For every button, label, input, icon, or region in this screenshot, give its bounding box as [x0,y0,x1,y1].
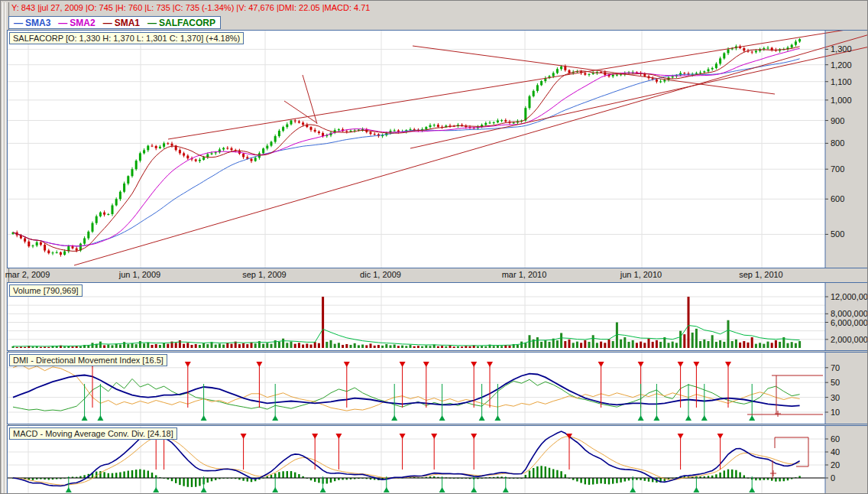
series-legend: — SMA3 — SMA2 — SMA1 — SALFACORP [8,16,221,29]
price-chart-panel[interactable]: SALFACORP [O: 1,330 H: 1,370 L: 1,301 C:… [7,30,868,268]
svg-text:10: 10 [831,408,840,417]
legend-item-salfacorp[interactable]: — SALFACORP [147,18,215,28]
svg-text:12,000,000: 12,000,000 [831,292,867,301]
svg-text:500: 500 [831,229,844,239]
svg-text:0: 0 [831,473,835,483]
price-panel-label: SALFACORP [O: 1,330 H: 1,370 L: 1,301 C:… [9,32,244,44]
legend-label: SALFACORP [159,18,215,28]
legend-label: SMA3 [25,18,50,28]
x-axis-label: dic 1, 2009 [360,270,401,279]
legend-item-sma2[interactable]: — SMA2 [58,18,95,28]
volume-panel-label: Volume [790,969] [9,284,83,297]
svg-text:20: 20 [831,460,840,470]
svg-text:700: 700 [831,164,844,174]
x-axis-strip: mar 2, 2009jun 1, 2009sep 1, 2009dic 1, … [7,268,866,281]
svg-text:50: 50 [831,378,840,387]
svg-text:1,000: 1,000 [831,96,852,105]
svg-text:40: 40 [831,447,840,457]
x-axis-label: jun 1, 2009 [119,270,160,279]
volume-bar-chart[interactable]: 12,000,0008,000,0006,000,0002,000,000 [8,283,867,350]
x-axis-label: sep 1, 2010 [739,270,783,279]
crosshair-info-bar: Y: 843 |jul 27, 2009 |O: 745 |H: 760 |L:… [11,3,370,14]
dmi-panel-label: DMI - Directional Movement Index [16.5] [9,354,167,366]
x-axis-label: sep 1, 2009 [242,270,287,279]
svg-text:2,000,000: 2,000,000 [831,335,867,344]
line-swatch-icon: — [58,18,67,28]
svg-text:1,200: 1,200 [831,60,852,70]
svg-text:30: 30 [831,393,840,402]
svg-text:1,100: 1,100 [831,77,852,86]
line-swatch-icon: — [103,18,112,28]
legend-label: SMA2 [70,18,95,28]
x-axis-label: jun 1, 2010 [620,270,662,279]
legend-item-sma3[interactable]: — SMA3 [14,18,50,28]
legend-label: SMA1 [115,18,140,28]
svg-text:60: 60 [831,434,840,444]
svg-text:800: 800 [831,138,844,148]
macd-panel-label: MACD - Moving Average Conv. Div. [24.18] [9,427,177,440]
legend-item-sma1[interactable]: — SMA1 [103,18,140,28]
svg-text:6,000,000: 6,000,000 [831,318,867,327]
line-swatch-icon: — [14,18,23,28]
volume-panel[interactable]: Volume [790,969] 12,000,0008,000,0006,00… [7,282,868,351]
chart-application-window: Y: 843 |jul 27, 2009 |O: 745 |H: 760 |L:… [0,0,868,494]
x-axis-label: mar 2, 2009 [5,270,50,279]
svg-text:900: 900 [831,116,844,125]
svg-text:70: 70 [831,363,840,372]
svg-text:1,300: 1,300 [831,44,852,54]
price-candlestick-chart[interactable]: 1,3001,2001,1001,000900800700600500 [8,31,867,268]
x-axis-label: mar 1, 2010 [502,270,547,279]
line-swatch-icon: — [147,18,157,28]
macd-panel[interactable]: MACD - Moving Average Conv. Div. [24.18]… [7,425,868,494]
svg-text:600: 600 [831,194,844,203]
dmi-panel[interactable]: DMI - Directional Movement Index [16.5] … [7,352,868,424]
